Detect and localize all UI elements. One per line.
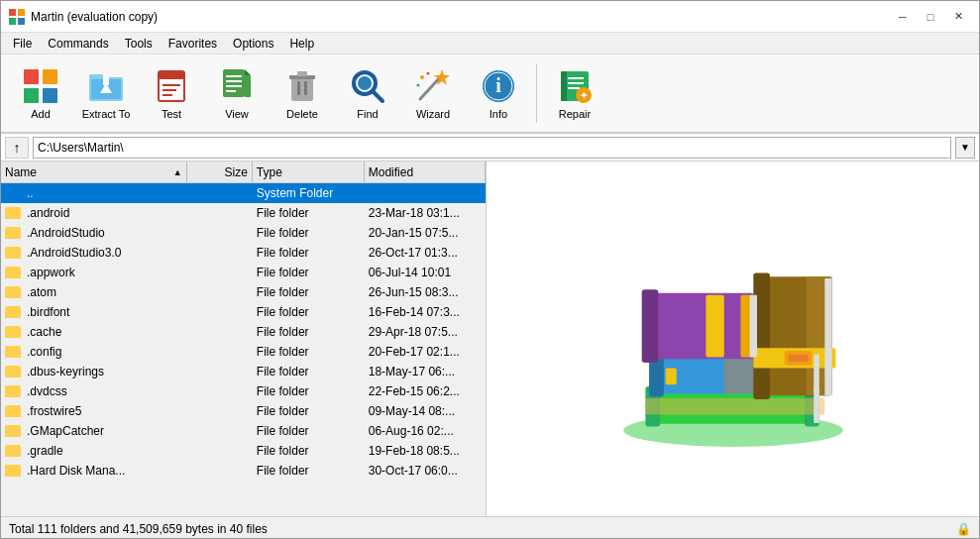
view-label: View — [225, 108, 249, 120]
table-row[interactable]: .dbus-keyringsFile folder18-May-17 06:..… — [1, 362, 486, 381]
column-header-modified[interactable]: Modified — [365, 162, 486, 182]
table-row[interactable]: .frostwire5File folder09-May-14 08:... — [1, 401, 486, 421]
svg-rect-52 — [645, 398, 824, 415]
up-button[interactable]: ↑ — [5, 137, 29, 159]
folder-icon — [5, 326, 21, 338]
folder-icon — [5, 405, 21, 417]
add-button[interactable]: Add — [9, 58, 72, 128]
delete-label: Delete — [286, 108, 318, 120]
table-row[interactable]: .atomFile folder26-Jun-15 08:3... — [1, 282, 486, 302]
file-list-body[interactable]: ..System Folder.androidFile folder23-Mar… — [1, 183, 486, 516]
info-button[interactable]: i Info — [467, 58, 530, 128]
table-row[interactable]: .birdfontFile folder16-Feb-14 07:3... — [1, 302, 486, 322]
maximize-button[interactable]: □ — [918, 7, 943, 27]
cell-name: .birdfont — [1, 304, 187, 320]
minimize-button[interactable]: ─ — [890, 7, 916, 27]
table-row[interactable]: .AndroidStudio3.0File folder26-Oct-17 01… — [1, 243, 486, 263]
menu-item-commands[interactable]: Commands — [40, 33, 116, 54]
close-button[interactable]: ✕ — [945, 7, 971, 27]
file-name-text: .config — [27, 345, 61, 359]
column-header-name[interactable]: Name ▲ — [1, 162, 187, 182]
folder-icon — [5, 207, 21, 219]
folder-icon — [5, 346, 21, 358]
menu-item-favorites[interactable]: Favorites — [161, 33, 225, 54]
cell-size — [187, 390, 253, 392]
svg-rect-17 — [163, 94, 172, 96]
table-row[interactable]: .cacheFile folder29-Apr-18 07:5... — [1, 322, 486, 342]
svg-point-37 — [417, 84, 420, 87]
cell-name: .cache — [1, 324, 187, 340]
menu-item-help[interactable]: Help — [281, 33, 322, 54]
table-row[interactable]: .configFile folder20-Feb-17 02:1... — [1, 342, 486, 362]
test-button[interactable]: Test — [140, 58, 203, 128]
test-icon — [152, 66, 191, 106]
folder-icon — [5, 247, 21, 259]
column-header-type[interactable]: Type — [253, 162, 365, 182]
file-name-text: .birdfont — [27, 305, 69, 319]
svg-rect-12 — [103, 77, 109, 85]
table-row[interactable]: ..System Folder — [1, 183, 486, 203]
cell-modified — [365, 192, 486, 194]
cell-name: .. — [1, 185, 187, 201]
address-input[interactable] — [33, 137, 951, 159]
table-row[interactable]: .Hard Disk Mana...File folder30-Oct-17 0… — [1, 461, 486, 481]
menu-item-file[interactable]: File — [5, 33, 40, 54]
cell-modified: 20-Jan-15 07:5... — [365, 225, 486, 241]
table-row[interactable]: .GMapCatcherFile folder06-Aug-16 02:... — [1, 421, 486, 441]
file-name-text: .Hard Disk Mana... — [27, 464, 125, 478]
extract-to-button[interactable]: Extract To — [74, 58, 138, 128]
view-button[interactable]: View — [205, 58, 269, 128]
delete-button[interactable]: Delete — [271, 58, 334, 128]
find-button[interactable]: Find — [336, 58, 399, 128]
cell-modified: 23-Mar-18 03:1... — [365, 205, 486, 221]
svg-text:i: i — [495, 74, 501, 96]
table-row[interactable]: .gradleFile folder19-Feb-18 08:5... — [1, 441, 486, 461]
svg-rect-18 — [223, 69, 245, 97]
wizard-button[interactable]: Wizard — [401, 58, 465, 128]
folder-icon — [5, 445, 21, 457]
menu-bar: FileCommandsToolsFavoritesOptionsHelp — [1, 33, 979, 54]
table-row[interactable]: .AndroidStudioFile folder20-Jan-15 07:5.… — [1, 223, 486, 243]
column-header-size[interactable]: Size — [187, 162, 253, 182]
cell-type: File folder — [253, 265, 365, 280]
file-name-text: .AndroidStudio3.0 — [27, 246, 121, 260]
svg-rect-29 — [304, 81, 307, 95]
menu-item-tools[interactable]: Tools — [117, 33, 161, 54]
cell-type: File folder — [253, 245, 365, 261]
cell-type: File folder — [253, 344, 365, 360]
status-bar: Total 111 folders and 41,509,659 bytes i… — [1, 516, 979, 539]
table-row[interactable]: .androidFile folder23-Mar-18 03:1... — [1, 203, 486, 223]
cell-name: .appwork — [1, 265, 187, 280]
svg-rect-43 — [568, 77, 584, 79]
cell-modified: 19-Feb-18 08:5... — [365, 443, 486, 459]
repair-button[interactable]: ✦ Repair — [543, 58, 606, 128]
file-name-text: .appwork — [27, 266, 75, 279]
cell-type: File folder — [253, 383, 365, 399]
svg-rect-9 — [89, 74, 103, 79]
svg-rect-2 — [9, 18, 16, 25]
cell-type: File folder — [253, 403, 365, 419]
svg-rect-21 — [226, 75, 242, 77]
menu-item-options[interactable]: Options — [225, 33, 281, 54]
svg-rect-62 — [706, 295, 723, 358]
cell-modified: 26-Oct-17 01:3... — [365, 245, 486, 261]
winrar-logo — [604, 220, 862, 458]
svg-rect-27 — [297, 71, 307, 76]
view-icon — [217, 66, 257, 106]
cell-modified: 26-Jun-15 08:3... — [365, 284, 486, 300]
cell-size — [187, 470, 253, 472]
cell-modified: 30-Oct-17 06:0... — [365, 463, 486, 479]
address-dropdown[interactable]: ▼ — [955, 137, 975, 159]
cell-type: File folder — [253, 364, 365, 379]
extract-to-label: Extract To — [82, 108, 131, 120]
table-row[interactable]: .dvdcssFile folder22-Feb-15 06:2... — [1, 381, 486, 401]
cell-name: .dvdcss — [1, 383, 187, 399]
info-label: Info — [490, 108, 507, 120]
wizard-label: Wizard — [416, 108, 450, 120]
table-row[interactable]: .appworkFile folder06-Jul-14 10:01 — [1, 263, 486, 282]
svg-rect-1 — [18, 9, 25, 16]
cell-name: .dbus-keyrings — [1, 364, 187, 379]
svg-rect-24 — [226, 90, 236, 92]
cell-modified: 06-Jul-14 10:01 — [365, 265, 486, 280]
cell-type: File folder — [253, 284, 365, 300]
